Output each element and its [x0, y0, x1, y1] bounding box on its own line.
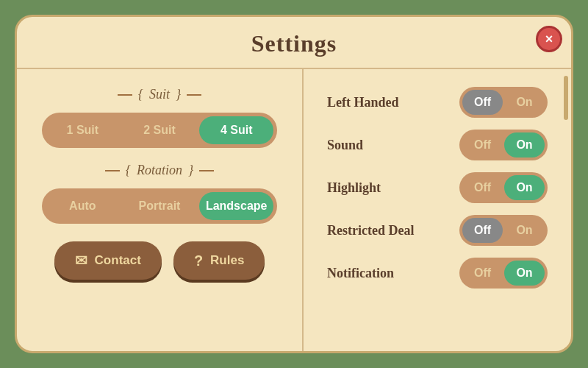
rotation-section: { Rotation } Auto Portrait Landscape [40, 163, 279, 224]
notification-toggle: Off On [459, 258, 548, 289]
suit-section: { Suit } 1 Suit 2 Suit 4 Suit [40, 87, 279, 148]
suit-4-option[interactable]: 4 Suit [199, 116, 273, 144]
rotation-toggle-group: Auto Portrait Landscape [42, 188, 277, 224]
setting-row-sound: Sound Off On [327, 130, 548, 160]
left-handed-label: Left Handed [327, 95, 399, 110]
scrollbar [564, 76, 568, 344]
suit-toggle-group: 1 Suit 2 Suit 4 Suit [42, 113, 277, 148]
sound-toggle: Off On [459, 130, 548, 160]
highlight-toggle: Off On [459, 172, 548, 203]
setting-row-highlight: Highlight Off On [327, 172, 548, 203]
left-handed-toggle: Off On [459, 87, 548, 118]
restricted-on[interactable]: On [504, 218, 545, 243]
left-handed-off[interactable]: Off [462, 90, 503, 115]
close-button[interactable]: × [536, 26, 562, 52]
sound-on[interactable]: On [504, 132, 545, 158]
restricted-off[interactable]: Off [462, 218, 503, 243]
rules-icon: ? [194, 252, 203, 269]
rotation-section-label: { Rotation } [105, 163, 214, 178]
setting-row-restricted: Restricted Deal Off On [327, 215, 548, 246]
notification-label: Notification [327, 266, 394, 281]
restricted-label: Restricted Deal [327, 223, 414, 238]
sound-label: Sound [327, 138, 363, 153]
sound-off[interactable]: Off [462, 132, 503, 158]
rotation-portrait-option[interactable]: Portrait [123, 192, 197, 220]
rules-label: Rules [210, 253, 244, 268]
left-handed-on[interactable]: On [504, 90, 545, 115]
action-buttons: ✉ Contact ? Rules [54, 241, 265, 280]
restricted-toggle: Off On [459, 215, 548, 246]
highlight-on[interactable]: On [504, 175, 545, 200]
highlight-label: Highlight [327, 180, 381, 196]
modal-body: { Suit } 1 Suit 2 Suit 4 Suit { Rotation… [17, 69, 571, 351]
highlight-off[interactable]: Off [462, 175, 503, 200]
rotation-auto-option[interactable]: Auto [46, 192, 120, 220]
settings-modal: Settings × { Suit } 1 Suit 2 Suit 4 Suit… [15, 15, 573, 353]
rotation-landscape-option[interactable]: Landscape [199, 192, 273, 220]
suit-2-option[interactable]: 2 Suit [123, 116, 197, 144]
suit-1-option[interactable]: 1 Suit [46, 116, 120, 144]
contact-icon: ✉ [75, 252, 87, 269]
rules-button[interactable]: ? Rules [173, 241, 265, 280]
right-panel: Left Handed Off On Sound Off On Highligh… [304, 69, 571, 351]
modal-title: Settings [17, 17, 571, 69]
setting-row-notification: Notification Off On [327, 258, 548, 289]
suit-section-label: { Suit } [118, 87, 201, 102]
notification-off[interactable]: Off [462, 261, 503, 286]
contact-label: Contact [95, 253, 141, 268]
setting-row-left-handed: Left Handed Off On [327, 87, 548, 118]
contact-button[interactable]: ✉ Contact [54, 241, 162, 280]
notification-on[interactable]: On [504, 261, 545, 286]
left-panel: { Suit } 1 Suit 2 Suit 4 Suit { Rotation… [17, 69, 304, 351]
